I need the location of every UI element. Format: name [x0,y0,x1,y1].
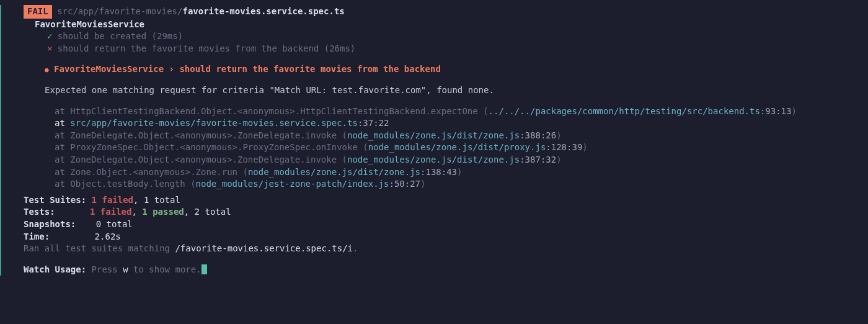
stack-frame: at HttpClientTestingBackend.Object.<anon… [55,106,868,118]
stack-path: src/app/favorite-movies/favorite-movies.… [70,118,358,128]
stack-path: node_modules/zone.js/dist/zone.js [248,167,420,177]
watch-post: to show more. [128,264,202,274]
watch-key: w [123,264,128,274]
test-name: should return the favorite movies from t… [58,43,355,53]
stack-location: :50:27 [389,179,420,189]
describe-block: FavoriteMoviesService [35,19,868,31]
failing-test-heading: ● FavoriteMoviesService › should return … [45,63,868,76]
ran-line: Ran all test suites matching /favorite-m… [24,243,868,255]
watch-usage: Watch Usage: Press w to show more. [24,264,868,276]
stack-pre: at ZoneDelegate.Object.<anonymous>.ZoneD… [55,155,347,164]
terminal-output: FAIL src/app/favorite-movies/favorite-mo… [0,5,868,276]
stack-pre: at ZoneDelegate.Object.<anonymous>.ZoneD… [55,130,347,140]
stack-pre: at Zone.Object.<anonymous>.Zone.run ( [55,167,248,177]
snapshots-label: Snapshots: [24,219,76,229]
stack-post: ) [457,167,462,177]
stack-frame: at ZoneDelegate.Object.<anonymous>.ZoneD… [55,130,868,142]
stack-frame: at ProxyZoneSpec.Object.<anonymous>.Prox… [55,142,868,154]
stack-location: :387:32 [520,155,556,164]
suites-failed: 1 failed [92,195,133,205]
stack-path: node_modules/jest-zone-patch/index.js [196,179,389,189]
stack-path: node_modules/zone.js/dist/zone.js [347,130,520,140]
cross-icon: × [47,43,58,53]
stack-path: node_modules/zone.js/dist/zone.js [347,155,520,164]
stack-trace: at HttpClientTestingBackend.Object.<anon… [6,106,868,191]
fail-badge: FAIL [24,5,52,19]
test-name: should be created (29ms) [58,31,183,41]
stack-post: ) [556,130,561,140]
chevron-icon: › [169,64,174,74]
summary-snapshots: Snapshots: 0 total [24,218,868,231]
tests-label: Tests: [24,207,55,217]
file-header: FAIL src/app/favorite-movies/favorite-mo… [6,5,868,19]
ran-pre: Ran all test suites matching [24,243,175,253]
stack-location: :388:26 [520,130,556,140]
summary-time: Time: 2.62s [24,231,868,243]
stack-post: ) [556,155,561,164]
watch-pre: Press [86,264,123,274]
watch-label: Watch Usage: [24,264,86,274]
file-name: favorite-movies.service.spec.ts [182,6,344,16]
stack-pre: at [55,118,70,128]
failing-test-name: should return the favorite movies from t… [179,64,440,74]
summary-tests: Tests: 1 failed, 1 passed, 2 total [24,206,868,218]
bullet-icon: ● [45,66,49,74]
failing-group: FavoriteMoviesService [54,64,164,74]
stack-location: :93:13 [760,106,792,116]
check-icon: ✓ [47,31,58,41]
stack-path: node_modules/zone.js/dist/proxy.js [368,142,546,152]
suites-label: Test Suites: [24,195,86,205]
stack-post: ) [791,106,796,116]
stack-pre: at ProxyZoneSpec.Object.<anonymous>.Prox… [55,142,368,152]
stack-frame: at ZoneDelegate.Object.<anonymous>.ZoneD… [55,154,868,166]
tests-rest: , 2 total [184,207,231,217]
stack-frame: at Object.testBody.length (node_modules/… [55,178,868,191]
summary-suites: Test Suites: 1 failed, 1 total [24,194,868,207]
file-path-dir: src/app/favorite-movies/ [57,6,182,16]
time-val: 2.62s [95,232,121,241]
time-label: Time: [24,232,50,241]
stack-frame: at Zone.Object.<anonymous>.Zone.run (nod… [55,166,868,179]
tests-sep: , [131,207,142,217]
stack-pre: at Object.testBody.length ( [55,179,196,189]
ran-post: . [353,243,358,253]
stack-path: ../../../packages/common/http/testing/sr… [489,106,760,116]
stack-frame: at src/app/favorite-movies/favorite-movi… [55,117,868,130]
snapshots-val: 0 total [96,219,133,229]
stack-location: :138:43 [420,167,457,177]
test-result: × should return the favorite movies from… [47,43,868,55]
stack-location: :37:22 [358,118,389,128]
ran-pattern: /favorite-movies.service.spec.ts/i [175,243,353,253]
cursor-icon [202,264,207,274]
stack-post: ) [420,179,425,189]
stack-post: ) [582,142,587,152]
stack-location: :128:39 [546,142,582,152]
test-results-list: ✓ should be created (29ms)× should retur… [6,30,868,55]
test-result: ✓ should be created (29ms) [47,30,868,43]
tests-passed: 1 passed [142,207,184,217]
expected-message: Expected one matching request for criter… [45,84,868,97]
tests-failed: 1 failed [90,207,131,217]
suites-rest: , 1 total [133,195,180,205]
stack-pre: at HttpClientTestingBackend.Object.<anon… [55,106,489,116]
